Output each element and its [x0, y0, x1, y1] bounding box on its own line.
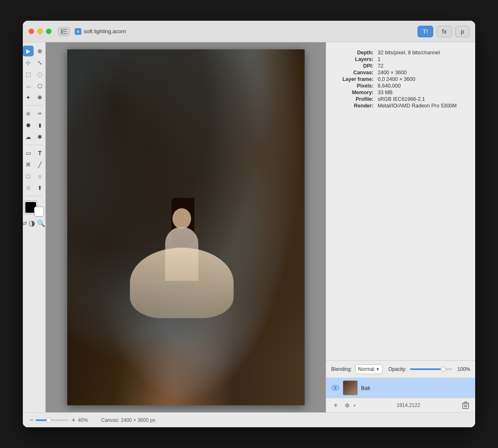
info-row-value: 8,640,000 [378, 83, 466, 89]
add-layer-button[interactable]: + [331, 401, 340, 410]
info-row-value: Metal/IO/AMD Radeon Pro 5300M [378, 103, 466, 109]
star-tool[interactable]: ☆ [23, 183, 34, 193]
zoom-in-button[interactable]: + [71, 417, 75, 424]
opacity-value: 100% [455, 366, 470, 372]
figure-head [172, 208, 191, 229]
maximize-button[interactable] [46, 29, 51, 34]
layer-item[interactable]: Bali [326, 378, 475, 398]
zoom-controls: − + 40% [29, 417, 88, 424]
arrow-tool[interactable]: ▶ [23, 46, 34, 56]
layer-coords: 1914,2122 [358, 402, 459, 408]
layer-visibility-toggle[interactable] [331, 384, 339, 392]
transform-tool[interactable]: ⤡ [34, 57, 45, 68]
p-label: p [461, 28, 464, 35]
paint-bucket-tool[interactable]: ⬣ [23, 120, 34, 131]
close-button[interactable] [29, 29, 34, 34]
lasso-tool[interactable]: ⌓ [23, 80, 34, 91]
traffic-lights [29, 29, 51, 34]
eraser-tool[interactable]: ▮ [34, 120, 45, 131]
figure [140, 165, 223, 331]
info-row-value: 2400 × 3600 [378, 70, 466, 75]
left-toolbar: ▶ ⊕ ⊹ ⤡ ⬚ ◌ ⌓ ⬡ ✦ ❋ [23, 42, 46, 412]
info-row-value: 32 bits/pixel, 8 bits/channel [378, 50, 466, 56]
info-row-label: Pixels: [335, 83, 377, 89]
canvas-area [46, 42, 326, 412]
minimize-button[interactable] [37, 29, 43, 34]
gradient-icon[interactable]: ◑ [29, 219, 35, 228]
svg-rect-2 [63, 31, 67, 32]
tools-button[interactable]: T! [417, 26, 433, 37]
main-window: A soft lighting.acorn T! fx p ▶ ⊕ [23, 21, 475, 427]
blending-select[interactable]: Normal ▼ [355, 364, 383, 374]
settings-arrow-icon: ▾ [354, 403, 356, 408]
delete-layer-button[interactable] [461, 401, 470, 410]
pen-tool[interactable]: ⌘ [23, 159, 34, 170]
opacity-slider[interactable] [410, 368, 452, 370]
file-icon: A [75, 28, 81, 35]
effect-tool[interactable]: ✺ [34, 131, 45, 142]
layer-name: Bali [361, 385, 370, 391]
sidebar-toggle-button[interactable] [58, 27, 70, 36]
wand-tool[interactable]: ✦ [23, 92, 34, 103]
fx-label: fx [442, 28, 447, 35]
titlebar-buttons: T! fx p [417, 26, 469, 37]
info-row-label: Render: [335, 103, 377, 109]
right-panel: Depth: 32 bits/pixel, 8 bits/channel Lay… [326, 42, 475, 412]
opacity-label: Opacity: [388, 366, 407, 372]
layer-settings-button[interactable]: ⚙ [343, 401, 352, 410]
text-tool[interactable]: T [34, 148, 45, 158]
arrow-shape-tool[interactable]: ⬆ [34, 183, 45, 193]
info-row: Layers: 1 [335, 56, 466, 62]
blending-value: Normal [358, 366, 374, 372]
rect-shape-tool[interactable]: □ [23, 171, 34, 182]
swap-colors-icon[interactable]: ⇄ [23, 220, 27, 226]
blending-dropdown-icon: ▼ [376, 367, 380, 371]
info-row-value: sRGB IEC61966-2.1 [378, 96, 466, 102]
info-row: Render: Metal/IO/AMD Radeon Pro 5300M [335, 103, 466, 109]
info-row-label: Profile: [335, 96, 377, 102]
filename-label: soft lighting.acorn [84, 28, 126, 34]
crop-tool[interactable]: ⊹ [23, 57, 34, 68]
info-panel: Depth: 32 bits/pixel, 8 bits/channel Lay… [326, 42, 475, 360]
magnify-tool[interactable]: 🔍 [37, 219, 45, 227]
zoom-tool[interactable]: ⊕ [34, 46, 45, 56]
shape-rect-tool[interactable]: ▭ [23, 148, 34, 158]
figure-skirt [130, 248, 234, 318]
background-color[interactable] [34, 207, 44, 216]
circle-shape-tool[interactable]: ○ [34, 171, 45, 182]
info-row-value: 1 [378, 56, 466, 62]
info-table: Depth: 32 bits/pixel, 8 bits/channel Lay… [334, 49, 467, 110]
info-row: DPI: 72 [335, 63, 466, 69]
info-row-label: Depth: [335, 50, 377, 56]
info-row-label: Canvas: [335, 70, 377, 75]
line-tool[interactable]: ╱ [34, 159, 45, 170]
eyedropper-tool[interactable]: ⊘ [23, 108, 34, 119]
info-row: Layer frame: 0,0 2400 × 3600 [335, 76, 466, 82]
blending-label: Blending: [331, 366, 352, 372]
layers-footer: + ⚙ ▾ 1914,2122 [326, 398, 475, 412]
fx-button[interactable]: fx [437, 26, 452, 37]
magic-wand-tool[interactable]: ❋ [34, 92, 45, 103]
info-row: Depth: 32 bits/pixel, 8 bits/channel [335, 50, 466, 56]
titlebar-filename: A soft lighting.acorn [75, 28, 126, 35]
info-row-label: Memory: [335, 90, 377, 95]
polygon-lasso-tool[interactable]: ⬡ [34, 80, 45, 91]
zoom-value: 40% [78, 417, 88, 423]
main-content: ▶ ⊕ ⊹ ⤡ ⬚ ◌ ⌓ ⬡ ✦ ❋ [23, 42, 475, 412]
canvas-info-label: Canvas: 2400 × 3600 px [101, 417, 155, 423]
smudge-tool[interactable]: ☁ [23, 131, 34, 142]
info-row-label: DPI: [335, 63, 377, 69]
info-row: Pixels: 8,640,000 [335, 83, 466, 89]
zoom-out-button[interactable]: − [29, 417, 33, 424]
svg-rect-1 [63, 29, 67, 30]
image-canvas [67, 49, 305, 405]
p-button[interactable]: p [455, 26, 469, 37]
svg-point-5 [334, 387, 337, 389]
info-row: Memory: 33 MB [335, 90, 466, 95]
rect-select-tool[interactable]: ⬚ [23, 69, 34, 80]
layers-panel: Blending: Normal ▼ Opacity: 100% [326, 360, 475, 412]
layers-controls: Blending: Normal ▼ Opacity: 100% [326, 361, 475, 378]
ellipse-select-tool[interactable]: ◌ [34, 69, 45, 80]
pencil-tool[interactable]: ✏ [34, 108, 45, 119]
zoom-slider[interactable] [36, 419, 69, 421]
